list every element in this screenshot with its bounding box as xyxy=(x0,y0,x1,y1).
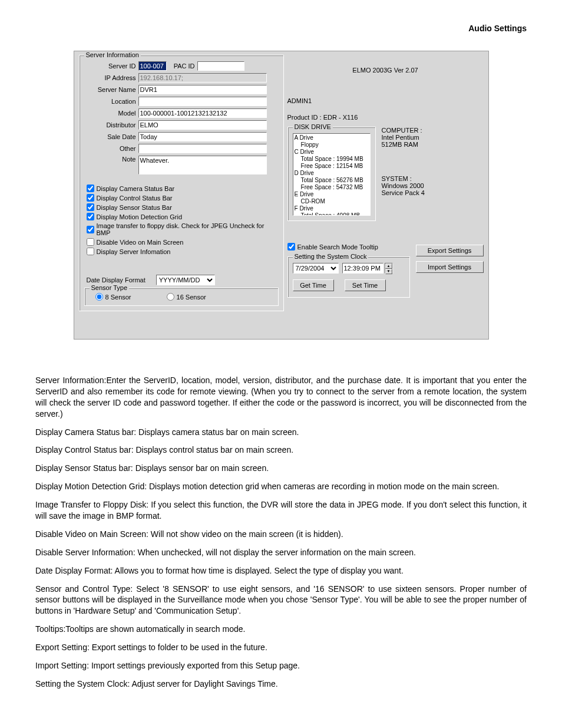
note-label: Note xyxy=(84,156,138,163)
server-information-group: Server Information Server ID PAC ID IP A… xyxy=(79,55,284,311)
ip-address-field xyxy=(138,73,267,83)
disk-drive-line: Free Space : 12154 MB xyxy=(295,163,369,170)
display-server-info-label: Display Server Infomation xyxy=(97,248,171,255)
sale-date-field[interactable] xyxy=(138,132,267,141)
date-format-label: Date Display Format xyxy=(87,276,156,284)
disk-drive-line: CD-ROM xyxy=(295,198,369,205)
doc-motion-grid: Display Motion Detection Grid: Displays … xyxy=(35,481,527,492)
clock-time-spinner[interactable]: ▲▼ xyxy=(385,263,393,274)
settings-dialog: Server Information Server ID PAC ID IP A… xyxy=(74,51,489,340)
doc-sensor-status: Display Sensor Status bar: Displays sens… xyxy=(35,463,527,474)
disk-drive-line: Total Space : 19994 MB xyxy=(295,156,369,163)
system-clock-group: Setting the System Clock 7/29/2004 ▲▼ Ge… xyxy=(287,256,410,298)
enable-search-tooltip-label: Enable Search Mode Tooltip xyxy=(297,243,378,251)
doc-system-clock: Setting the System Clock: Adjust server … xyxy=(35,678,527,690)
distributor-label: Distributor xyxy=(84,121,138,129)
server-information-legend: Server Information xyxy=(84,51,141,58)
disk-drive-list[interactable]: A Drive FloppyC Drive Total Space : 1999… xyxy=(293,133,371,216)
disk-drive-line: Total Space : 56276 MB xyxy=(295,177,369,184)
system-clock-legend: Setting the System Clock xyxy=(293,253,369,260)
display-server-info-checkbox[interactable] xyxy=(87,248,94,255)
note-field[interactable] xyxy=(138,156,267,174)
doc-date-format: Date Display Format: Allows you to forma… xyxy=(35,565,527,577)
server-name-label: Server Name xyxy=(84,86,138,93)
doc-camera-status: Display Camera Status bar: Displays came… xyxy=(35,427,527,438)
display-camera-status-checkbox[interactable] xyxy=(87,185,94,192)
location-label: Location xyxy=(84,98,138,105)
disk-drive-line: E Drive xyxy=(295,191,369,198)
other-field[interactable] xyxy=(138,144,267,153)
sale-date-label: Sale Date xyxy=(84,133,138,140)
computer-cpu: Intel Pentium xyxy=(382,134,484,141)
display-control-status-checkbox[interactable] xyxy=(87,194,94,202)
display-sensor-status-checkbox[interactable] xyxy=(87,203,94,211)
ip-address-label: IP Address xyxy=(84,74,138,81)
sensor-8-radio[interactable] xyxy=(95,293,103,301)
disk-drive-line: C Drive xyxy=(295,149,369,156)
model-field[interactable] xyxy=(138,108,267,118)
display-control-status-label: Display Control Status Bar xyxy=(97,195,173,202)
disk-drive-legend: DISK DRIVE xyxy=(293,123,333,130)
disk-drive-line: F Drive xyxy=(295,205,369,212)
computer-header: COMPUTER : xyxy=(382,127,484,134)
clock-date-select[interactable]: 7/29/2004 xyxy=(293,263,339,274)
system-os: Windows 2000 xyxy=(382,182,484,189)
doc-control-status: Display Control Status bar: Displays con… xyxy=(35,444,527,456)
server-id-field[interactable] xyxy=(138,61,167,71)
doc-export: Export Setting: Export settings to folde… xyxy=(35,642,527,653)
disk-drive-line: Total Space : 4008 MB xyxy=(295,212,369,216)
server-name-field[interactable] xyxy=(138,85,267,94)
doc-disable-server-info: Disable Server Information: When uncheck… xyxy=(35,547,527,558)
doc-import: Import Setting: Import settings previous… xyxy=(35,660,527,671)
other-label: Other xyxy=(84,145,138,152)
disable-video-checkbox[interactable] xyxy=(87,238,94,246)
display-motion-grid-label: Display Motion Detection Grid xyxy=(97,213,183,220)
set-time-button[interactable]: Set Time xyxy=(345,279,386,291)
pac-id-field[interactable] xyxy=(197,61,244,71)
document-body: Server Information:Enter the ServerID, l… xyxy=(35,375,527,690)
disk-drive-line: A Drive xyxy=(295,134,369,141)
spinner-up-icon[interactable]: ▲ xyxy=(385,263,392,269)
system-sp: Service Pack 4 xyxy=(382,189,484,196)
sensor-16-radio[interactable] xyxy=(167,293,174,301)
page-title: Audio Settings xyxy=(35,24,527,33)
sensor-8-label: 8 Sensor xyxy=(105,294,131,301)
enable-search-tooltip-checkbox[interactable] xyxy=(287,243,295,251)
server-id-label: Server ID xyxy=(84,62,138,70)
location-field[interactable] xyxy=(138,97,267,106)
date-format-select[interactable]: YYYY/MM/DD xyxy=(156,275,215,285)
display-sensor-status-label: Display Sensor Status Bar xyxy=(97,204,172,211)
doc-server-info: Server Information:Enter the ServerID, l… xyxy=(35,375,527,420)
doc-image-transfer: Image Transfer to Floppy Disk: If you se… xyxy=(35,499,527,522)
export-settings-button[interactable]: Export Settings xyxy=(416,245,484,256)
system-info: COMPUTER : Intel Pentium 512MB RAM SYSTE… xyxy=(376,127,484,221)
doc-disable-video: Disable Video on Main Screen: Will not s… xyxy=(35,529,527,540)
sensor-16-label: 16 Sensor xyxy=(177,294,206,301)
version-text: ELMO 2003G Ver 2.07 xyxy=(287,67,484,74)
system-header: SYSTEM : xyxy=(382,175,484,182)
computer-ram: 512MB RAM xyxy=(382,141,484,148)
model-label: Model xyxy=(84,110,138,117)
doc-tooltips: Tooltips:Tooltips are shown automaticall… xyxy=(35,624,527,635)
get-time-button[interactable]: Get Time xyxy=(293,279,334,291)
display-camera-status-label: Display Camera Status Bar xyxy=(97,185,175,192)
clock-time-field[interactable] xyxy=(342,263,384,274)
spinner-down-icon[interactable]: ▼ xyxy=(385,269,392,274)
disk-drive-line: Floppy xyxy=(295,141,369,149)
disk-drive-group: DISK DRIVE A Drive FloppyC Drive Total S… xyxy=(287,127,376,221)
distributor-field[interactable] xyxy=(138,120,267,130)
disable-video-label: Disable Video on Main Screen xyxy=(97,239,184,246)
disk-drive-line: D Drive xyxy=(295,170,369,177)
pac-id-label: PAC ID xyxy=(167,62,197,70)
image-transfer-floppy-label: Image transfer to floppy disk. Check for… xyxy=(97,222,279,236)
disk-drive-line: Free Space : 54732 MB xyxy=(295,184,369,191)
display-motion-grid-checkbox[interactable] xyxy=(87,213,94,220)
product-id-text: Product ID : EDR - X116 xyxy=(287,114,484,121)
sensor-type-group: Sensor Type 8 Sensor 16 Sensor xyxy=(84,288,279,306)
doc-sensor-type: Sensor and Control Type: Select '8 SENSO… xyxy=(35,584,527,617)
sensor-type-legend: Sensor Type xyxy=(90,284,130,291)
import-settings-button[interactable]: Import Settings xyxy=(416,261,484,273)
image-transfer-floppy-checkbox[interactable] xyxy=(87,226,94,233)
admin-text: ADMIN1 xyxy=(287,97,484,104)
